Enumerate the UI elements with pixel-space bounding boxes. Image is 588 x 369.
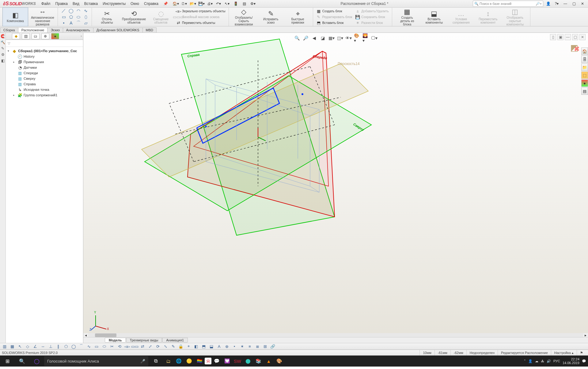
window-close-icon[interactable]: ✕ <box>579 1 586 7</box>
sb-icon[interactable]: ↖ <box>17 344 23 349</box>
menu-pin-icon[interactable]: 📌 <box>161 2 170 6</box>
app-whatsapp-icon[interactable]: 💬 <box>211 356 222 367</box>
menu-help[interactable]: Справка <box>142 2 161 6</box>
tab-assembly[interactable]: Сборка <box>0 27 18 33</box>
tray-network-icon[interactable]: 🖧 <box>541 359 544 363</box>
app-vlc-icon[interactable]: ▲ <box>264 356 274 367</box>
sb-icon[interactable]: 🔗 <box>270 344 275 349</box>
app-viber-icon[interactable]: 💟 <box>222 356 232 367</box>
ribbon-komponovka[interactable]: ◧ Компоновка <box>2 7 28 26</box>
scrollbar-thumb[interactable] <box>95 333 116 337</box>
sb-icon[interactable]: ⤢ <box>147 344 153 349</box>
menu-tools[interactable]: Инструменты <box>100 2 128 6</box>
app-paint-icon[interactable]: 🎨 <box>274 356 284 367</box>
search-go-icon[interactable]: 🔎▾ <box>536 2 542 6</box>
tab-mbd[interactable]: MBD <box>142 27 157 33</box>
sb-icon[interactable]: ▭▭ <box>132 344 138 349</box>
sb-icon[interactable]: ↔ <box>40 344 46 349</box>
plane-icon[interactable]: ▱ <box>82 20 89 26</box>
ribbon-move[interactable]: ⇄Переместить объекты <box>175 20 226 25</box>
sb-icon[interactable]: ∠ <box>32 344 38 349</box>
btab-model[interactable]: Модель <box>105 338 126 343</box>
rect-icon[interactable]: ▭ <box>60 14 67 20</box>
task-view-icon[interactable]: ⧉ <box>148 356 163 367</box>
menu-edit[interactable]: Правка <box>53 2 70 6</box>
circle-icon[interactable]: ◯ <box>68 8 74 13</box>
qat-new-icon[interactable]: 🗋▾ <box>181 0 188 7</box>
tree-item-history[interactable]: 🕘History <box>6 54 83 59</box>
tray-clock[interactable]: 22:2414.06.2019 <box>563 357 579 365</box>
fm-tab-conf[interactable]: 🗂 <box>32 33 40 39</box>
ribbon-repair[interactable]: ✎Исправить эскиз <box>258 8 283 26</box>
fm-more-icon[interactable]: › <box>81 34 82 38</box>
sb-icon[interactable]: ◅▻ <box>124 344 130 349</box>
text-icon[interactable]: A <box>68 20 74 26</box>
app-edge-icon[interactable]: 🌐 <box>173 356 184 367</box>
rail-icon[interactable]: ✎ <box>1 46 4 51</box>
tray-lang[interactable]: РУС <box>553 359 560 363</box>
app-chrome-icon[interactable]: 🟡 <box>184 356 194 367</box>
sb-icon[interactable]: • <box>232 344 237 349</box>
sb-icon[interactable]: ✎ <box>170 344 176 349</box>
ellipse-icon[interactable]: ⬯ <box>82 14 89 20</box>
tree-item-top[interactable]: ▥Сверху <box>6 76 83 81</box>
sb-icon[interactable]: ⊥ <box>48 344 53 349</box>
tray-onedrive-icon[interactable]: ☁ <box>535 359 538 363</box>
sb-icon[interactable]: ▭ <box>94 344 99 349</box>
ribbon-mirror[interactable]: ◅▻Зеркально отразить объекты <box>175 9 226 14</box>
status-flag-icon[interactable]: ⚑ <box>577 350 586 356</box>
mic-icon[interactable]: 🎤 <box>140 359 145 363</box>
tree-item-mates[interactable]: ▸🧩Группа сопряжений1 <box>6 92 83 98</box>
menu-view[interactable]: Вид <box>70 2 82 6</box>
app-explorer-icon[interactable]: 🗂 <box>163 356 173 367</box>
tree-item-origin[interactable]: ↳Исходная точка <box>6 87 83 92</box>
horizontal-scrollbar[interactable]: ◂ ▸ <box>83 333 588 337</box>
sb-icon[interactable]: ∥ <box>55 344 61 349</box>
sb-icon[interactable]: ⌖ <box>186 344 191 349</box>
sb-icon[interactable]: ✂ <box>109 344 115 349</box>
kb-search-input[interactable]: 🔍 Поиск в базе знаний 🔎▾ <box>473 1 543 7</box>
tree-item-front[interactable]: ▥Спереди <box>6 70 83 76</box>
tray-people-icon[interactable]: 👤 <box>528 359 533 363</box>
tray-notifications-icon[interactable]: 💬 <box>582 359 586 363</box>
taskbar-search-icon[interactable]: 🔍 <box>15 356 29 367</box>
window-minimize-icon[interactable]: — <box>562 1 569 7</box>
app-yandex-icon[interactable]: Я <box>205 358 211 364</box>
sb-icon[interactable]: ⌒ <box>78 344 84 349</box>
sb-icon[interactable]: ⇄ <box>140 344 145 349</box>
app-winrar-icon[interactable]: 📚 <box>253 356 264 367</box>
tree-root[interactable]: ▾◆ Сборка1 (001<По умолчанию_Сос <box>6 48 83 54</box>
feature-filter-input[interactable]: ▽ <box>6 40 83 47</box>
sb-icon[interactable]: ▥ <box>2 344 7 349</box>
qat-settings-icon[interactable]: ⚙▾ <box>249 0 256 7</box>
rail-icon[interactable]: 🧲 <box>1 34 5 38</box>
line-icon[interactable]: ／ <box>60 8 67 13</box>
tree-item-right[interactable]: ▥Справа <box>6 81 83 87</box>
sb-icon[interactable]: ≡ <box>247 344 252 349</box>
start-button[interactable]: ⊞ <box>0 356 15 367</box>
sb-icon[interactable]: ⊞ <box>262 344 268 349</box>
point-icon[interactable]: • <box>60 20 67 26</box>
sb-icon[interactable]: ≣ <box>255 344 260 349</box>
tab-analyze[interactable]: Анализировать <box>63 27 93 33</box>
ribbon-trim[interactable]: ✂Отсечь объекты <box>94 8 119 26</box>
qat-home-icon[interactable]: 🏠▾ <box>172 0 179 7</box>
rail-icon[interactable]: ⚙ <box>1 52 5 57</box>
sb-icon[interactable]: A <box>216 344 222 349</box>
ribbon-relations[interactable]: ◇Отобразить/Скрыть взаимосвязи <box>231 8 256 26</box>
qat-select-icon[interactable]: ↖▾ <box>224 0 230 7</box>
rail-icon[interactable]: ◧ <box>1 59 5 63</box>
ribbon-snap[interactable]: ⌖Быстрые привязки <box>285 8 310 26</box>
sb-icon[interactable]: ◯ <box>71 344 76 349</box>
qat-save-icon[interactable]: 💾▾ <box>198 0 205 7</box>
sb-icon[interactable]: ⬓ <box>209 344 214 349</box>
btab-anim[interactable]: Анимация1 <box>162 338 188 343</box>
sb-icon[interactable]: ⬭ <box>101 344 107 349</box>
status-custom[interactable]: Настройка ▴ <box>551 350 577 356</box>
ribbon-insert-block[interactable]: ⬒Вставить блок <box>316 20 353 25</box>
sb-icon[interactable]: ◧ <box>193 344 199 349</box>
tray-volume-icon[interactable]: 🔊 <box>547 359 551 363</box>
tab-addins[interactable]: Добавления SOLIDWORKS <box>93 27 143 33</box>
sb-icon[interactable]: ⬒ <box>201 344 207 349</box>
window-restore-icon[interactable]: ▢ <box>570 1 578 7</box>
